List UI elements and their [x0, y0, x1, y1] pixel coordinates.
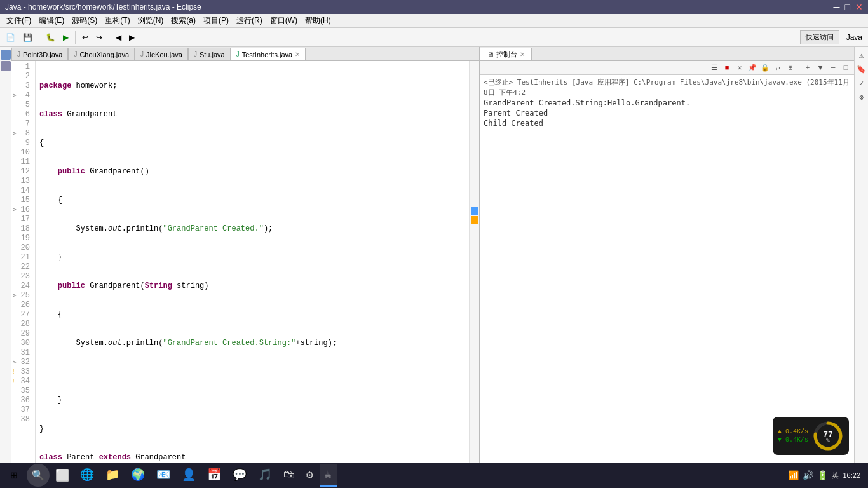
java-label: Java	[846, 33, 862, 42]
tab-testinherits-label: TestInherits.java	[242, 51, 292, 58]
forward-button[interactable]: ▶	[126, 30, 138, 45]
redo-button[interactable]: ↪	[93, 30, 105, 45]
taskbar-music[interactable]: 🎵	[253, 464, 277, 487]
close-button[interactable]: ✕	[855, 2, 863, 12]
tab-chouxiang[interactable]: J ChouXiang.java	[68, 48, 135, 60]
console-tab-main[interactable]: 🖥 控制台 ✕	[480, 48, 532, 60]
close-console-icon[interactable]: ✕	[520, 51, 525, 58]
line-1: 1	[11, 62, 32, 72]
back-button[interactable]: ◀	[112, 30, 125, 45]
word-wrap-button[interactable]: ↵	[772, 62, 783, 74]
line-31: 31	[11, 348, 32, 358]
package-explorer-icon[interactable]	[1, 50, 11, 60]
new-button[interactable]: 📄	[3, 30, 18, 45]
code-editor: 1 2 3 ⊳4 5 6 7 ⊳8 9 10 11 12 13 14 15 ⊳1…	[11, 61, 479, 468]
maximize-console-button[interactable]: □	[840, 62, 851, 74]
remove-launch-button[interactable]: ✕	[734, 62, 745, 74]
terminate-button[interactable]: ■	[721, 62, 733, 74]
code-line-13: }	[38, 424, 469, 434]
svg-text:%: %	[826, 438, 830, 444]
taskview-button[interactable]: ⬜	[51, 464, 74, 487]
debug-button[interactable]: 🐛	[43, 30, 58, 45]
code-line-1: package homework;	[38, 81, 469, 91]
outline-icon[interactable]	[1, 61, 11, 71]
tray-network-icon[interactable]: 📶	[788, 470, 799, 480]
line-13: 13	[11, 177, 32, 186]
scroll-lock-button[interactable]: 🔒	[759, 62, 771, 74]
console-view-menu-button[interactable]: ▼	[815, 62, 826, 74]
minimize-console-button[interactable]: ─	[827, 62, 839, 74]
menu-project[interactable]: 项目(P)	[200, 15, 233, 26]
tray-volume-icon[interactable]: 🔊	[803, 470, 813, 480]
code-line-14: class Parent extends Grandparent	[38, 453, 469, 463]
maximize-button[interactable]: □	[845, 2, 850, 12]
menu-bar: 文件(F) 编辑(E) 源码(S) 重构(T) 浏览(N) 搜索(a) 项目(P…	[0, 14, 868, 28]
menu-navigate[interactable]: 浏览(N)	[134, 15, 168, 26]
menu-help[interactable]: 帮助(H)	[301, 15, 335, 26]
menu-search[interactable]: 搜索(a)	[167, 15, 200, 26]
java-file-icon-2: J	[74, 51, 77, 58]
separator-1	[39, 31, 39, 44]
minimize-button[interactable]: ─	[834, 2, 840, 12]
new-console-view-button[interactable]: +	[802, 62, 813, 74]
tab-jiekou[interactable]: J JieKou.java	[135, 48, 188, 60]
console-output: <已终止> TestInherits [Java 应用程序] C:\Progra…	[480, 75, 854, 468]
tab-stu-label: Stu.java	[200, 51, 225, 58]
tray-battery-icon[interactable]: 🔋	[817, 470, 828, 480]
taskbar-store[interactable]: 🛍	[278, 464, 300, 487]
open-console-button[interactable]: ⊞	[785, 62, 796, 74]
search-button[interactable]: 🔍	[27, 464, 50, 487]
tray-lang[interactable]: 英	[832, 471, 839, 480]
close-tab-icon[interactable]: ✕	[295, 51, 300, 58]
taskbar-settings[interactable]: ⚙	[301, 464, 318, 487]
taskbar-ie[interactable]: 🌍	[126, 464, 150, 487]
line-34: !34	[11, 377, 32, 386]
code-content[interactable]: package homework; class Grandparent { pu…	[36, 61, 469, 468]
taskbar-people[interactable]: 👤	[177, 464, 201, 487]
line-26: 26	[11, 301, 32, 310]
taskbar-eclipse[interactable]: ☕	[320, 464, 337, 487]
undo-button[interactable]: ↩	[79, 30, 92, 45]
pin-console-button[interactable]: 📌	[747, 62, 758, 74]
properties-icon[interactable]: ⚙	[856, 92, 867, 103]
java-perspective[interactable]: Java	[843, 30, 865, 45]
start-button[interactable]: ⊞	[3, 464, 25, 487]
run-button[interactable]: ▶	[60, 30, 72, 45]
tab-point3d[interactable]: J Point3D.java	[11, 48, 68, 60]
menu-file[interactable]: 文件(F)	[3, 15, 35, 26]
taskbar-calendar[interactable]: 📅	[202, 464, 226, 487]
network-monitor-widget: ▲ 0.4K/s ▼ 0.4K/s 77 %	[773, 417, 849, 455]
java-file-icon-3: J	[140, 51, 144, 58]
console-icon: 🖥	[487, 51, 494, 58]
taskbar-mail[interactable]: 📧	[151, 464, 175, 487]
menu-refactor[interactable]: 重构(T)	[101, 15, 133, 26]
clear-console-button[interactable]: ☰	[709, 62, 720, 74]
tab-stu[interactable]: J Stu.java	[188, 48, 231, 60]
clock[interactable]: 16:22	[843, 471, 860, 479]
code-line-9: {	[38, 310, 469, 320]
console-toolbar: ☰ ■ ✕ 📌 🔒 ↵ ⊞ + ▼ ─ □	[480, 61, 854, 75]
console-tab-label: 控制台	[496, 50, 517, 59]
taskbar-explorer[interactable]: 📁	[100, 464, 125, 487]
tasks-icon[interactable]: ✓	[856, 78, 867, 89]
bookmarks-icon[interactable]: 🔖	[856, 64, 867, 75]
line-22: 22	[11, 262, 32, 272]
tab-testinherits[interactable]: J TestInherits.java ✕	[231, 48, 306, 60]
quick-access-box[interactable]: 快速访问	[800, 30, 839, 44]
line-2: 2	[11, 72, 32, 81]
menu-edit[interactable]: 编辑(E)	[35, 15, 68, 26]
java-file-icon-4: J	[194, 51, 197, 58]
menu-source[interactable]: 源码(S)	[68, 15, 101, 26]
menu-window[interactable]: 窗口(W)	[266, 15, 301, 26]
line-4: ⊳4	[11, 91, 32, 100]
taskbar-edge[interactable]: 🌐	[75, 464, 99, 487]
taskbar-wechat[interactable]: 💬	[227, 464, 252, 487]
line-30: 30	[11, 339, 32, 348]
title-bar-controls: ─ □ ✕	[834, 2, 863, 12]
problems-view-icon[interactable]: ⚠	[856, 50, 867, 61]
right-panel: 🖥 控制台 ✕ ☰ ■ ✕ 📌 🔒 ↵ ⊞ + ▼ ─ □ <已终止> Test…	[479, 47, 854, 474]
menu-run[interactable]: 运行(R)	[233, 15, 266, 26]
code-line-2: class Grandparent	[38, 110, 469, 119]
save-button[interactable]: 💾	[20, 30, 36, 45]
left-sidebar	[0, 47, 11, 474]
